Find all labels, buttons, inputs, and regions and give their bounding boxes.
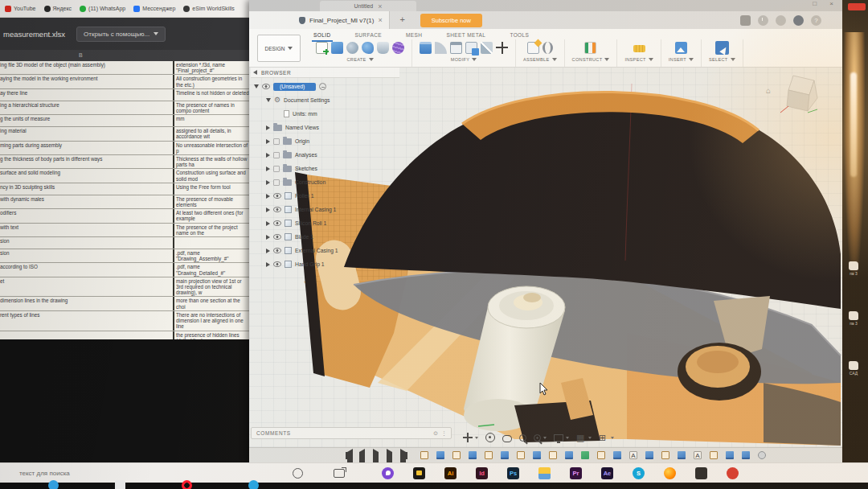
table-row[interactable]: g the thickness of body parts in differe… — [0, 155, 249, 169]
new-document-button[interactable]: + — [396, 14, 409, 27]
feature-sketch-1[interactable] — [420, 451, 428, 459]
grid-settings-icon[interactable]: ▦ — [576, 433, 586, 442]
close-icon[interactable]: × — [378, 2, 382, 10]
table-row[interactable]: sion.pdf, name "Drawing_Assembly_#" — [0, 249, 249, 263]
bookmark-whatsapp[interactable]: (11) WhatsApp — [80, 6, 125, 12]
feature-extrude-15[interactable] — [645, 451, 653, 459]
select-icon[interactable] — [715, 41, 729, 55]
browser-panel-header[interactable]: BROWSER — [251, 68, 399, 78]
feature-extrude-13[interactable] — [613, 451, 621, 459]
press-pull-icon[interactable] — [420, 42, 432, 54]
step-back-button[interactable] — [359, 452, 366, 459]
tree-item-hand-grip-1[interactable]: Hand Grip 1 — [251, 257, 399, 271]
tree-item-named-views[interactable]: Named Views — [251, 121, 399, 134]
bookmark-messenger[interactable]: Мессенджер — [133, 6, 175, 12]
revolve-icon[interactable] — [346, 42, 358, 54]
expand-icon[interactable] — [266, 208, 270, 212]
chevron-down-icon[interactable] — [649, 58, 653, 61]
edge-icon[interactable] — [48, 480, 59, 489]
taskbar-search[interactable]: текст для поиска — [19, 470, 140, 477]
tree-item-analyses[interactable]: Analyses — [251, 148, 399, 162]
briefcase-icon[interactable] — [115, 480, 125, 489]
close-icon[interactable]: × — [378, 16, 382, 24]
visibility-checkbox[interactable] — [273, 179, 280, 186]
display-settings-icon[interactable] — [554, 434, 563, 442]
design-menu[interactable]: DESIGN — [257, 35, 301, 62]
chevron-down-icon[interactable] — [566, 437, 569, 439]
illustrator-icon[interactable]: Ai — [444, 467, 457, 479]
open-with-button[interactable]: Открыть с помощью... — [76, 27, 166, 42]
bookmark-esim[interactable]: eSim WorldSkills — [183, 6, 234, 12]
table-row[interactable]: ing materialassigned to all details, in … — [0, 127, 249, 141]
eye-icon[interactable] — [273, 193, 281, 199]
eye-icon[interactable] — [273, 248, 281, 253]
feature-text-18[interactable]: A — [694, 451, 702, 459]
split-icon[interactable] — [481, 42, 493, 54]
expand-icon[interactable] — [266, 194, 270, 199]
expand-icon[interactable] — [266, 98, 271, 102]
visibility-checkbox[interactable] — [273, 152, 280, 158]
fillet-icon[interactable] — [435, 42, 447, 54]
feature-extrude-20[interactable] — [726, 451, 734, 459]
tree-item-external-casing-1[interactable]: External Casing 1 — [251, 244, 399, 257]
eye-icon[interactable] — [273, 207, 281, 212]
job-status-icon[interactable] — [758, 15, 768, 26]
expand-icon[interactable] — [254, 84, 259, 88]
expand-icon[interactable] — [266, 249, 270, 253]
chevron-down-icon[interactable] — [731, 58, 735, 61]
go-to-end-button[interactable] — [400, 452, 407, 459]
tree-item-silicon-roll-1[interactable]: Silicon Roll 1 — [251, 216, 399, 230]
chevron-down-icon[interactable] — [472, 58, 477, 61]
loft-icon[interactable] — [377, 42, 389, 54]
profile-icon[interactable] — [793, 15, 804, 26]
comments-bar[interactable]: COMMENTS ⊙ ⋮ — [251, 427, 452, 439]
view-cube[interactable]: ⌂ — [766, 76, 817, 113]
tree-item-sketches[interactable]: Sketches — [251, 162, 399, 175]
table-row[interactable]: odifiersAt least two different ones (for… — [0, 209, 249, 223]
plane-icon[interactable] — [584, 42, 596, 54]
window-controls[interactable]: □ × — [813, 0, 839, 7]
tree-item-internal-casing-1[interactable]: Internal Casing 1 — [251, 203, 399, 216]
visibility-checkbox[interactable] — [273, 166, 280, 172]
table-row[interactable]: dimension lines in the drawingmore than … — [0, 297, 249, 310]
eye-icon[interactable] — [262, 84, 270, 89]
table-row[interactable]: sion — [0, 237, 249, 249]
sketch-icon[interactable] — [316, 42, 328, 54]
tree-item-construction[interactable]: Construction — [251, 175, 399, 189]
feature-sketch-16[interactable] — [661, 451, 669, 459]
telegram-icon[interactable] — [248, 480, 259, 489]
table-row[interactable]: the presence of hidden lines (dotted lin… — [0, 331, 249, 340]
bookmark-youtube[interactable]: YouTube — [5, 6, 36, 12]
orbit-icon[interactable] — [485, 433, 495, 442]
step-forward-button[interactable] — [387, 452, 394, 459]
measure-icon[interactable] — [633, 45, 645, 52]
desktop-shortcut-1[interactable]: па 3 — [848, 261, 859, 276]
move-icon[interactable] — [496, 42, 508, 54]
more-icon[interactable]: ⋮ — [441, 430, 447, 437]
opera-icon[interactable] — [182, 480, 192, 489]
play-button[interactable] — [373, 452, 380, 459]
feature-extrude-6[interactable] — [501, 451, 509, 459]
chevron-down-icon[interactable] — [369, 58, 374, 61]
expand-icon[interactable] — [266, 139, 270, 144]
feature-form-11[interactable] — [581, 451, 589, 459]
chevron-down-icon[interactable] — [543, 437, 547, 439]
table-row[interactable]: with textThe presence of the project nam… — [0, 224, 249, 237]
tree-root-row[interactable]: (Unsaved) — [251, 80, 399, 93]
feature-sketch-5[interactable] — [485, 451, 493, 459]
bookmark-yandex[interactable]: Яндекс — [44, 6, 72, 12]
table-row[interactable]: etmain projection view of 1st or 3rd req… — [0, 277, 249, 298]
feature-sketch-12[interactable] — [597, 451, 605, 459]
expand-icon[interactable] — [266, 153, 270, 158]
eye-icon[interactable] — [273, 220, 281, 226]
home-icon[interactable]: ⌂ — [766, 86, 771, 95]
eye-icon[interactable] — [273, 261, 281, 267]
feature-text-14[interactable]: A — [629, 451, 637, 459]
table-row[interactable]: g the units of measuremm — [0, 115, 249, 127]
indesign-icon[interactable]: Id — [476, 467, 488, 479]
joint-icon[interactable] — [542, 42, 553, 54]
expand-icon[interactable] — [266, 125, 270, 130]
feature-sketch-7[interactable] — [517, 451, 525, 459]
table-row[interactable]: ming parts during assemblyNo unreasonabl… — [0, 142, 249, 155]
premiere-icon[interactable]: Pr — [570, 467, 582, 479]
